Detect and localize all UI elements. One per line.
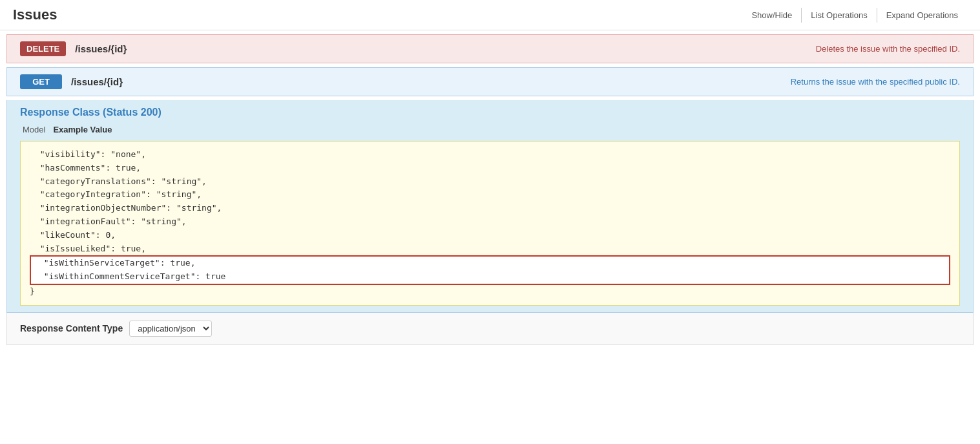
example-value-tab[interactable]: Example Value (50, 123, 114, 136)
page-title: Issues (13, 6, 57, 23)
list-operations-link[interactable]: List Operations (801, 8, 876, 23)
code-pre: "visibility": "none", "hasComments": tru… (30, 148, 950, 299)
header: Issues Show/Hide List Operations Expand … (0, 0, 980, 30)
model-tabs: Model Example Value (20, 123, 960, 136)
response-content-type-row: Response Content Type application/json t… (6, 313, 974, 345)
content-type-select[interactable]: application/json text/xml (129, 321, 212, 337)
code-line-0: "visibility": "none", (30, 149, 146, 159)
response-content-type-label: Response Content Type (20, 323, 123, 333)
get-endpoint-path: /issues/{id} (71, 76, 791, 87)
code-block[interactable]: "visibility": "none", "hasComments": tru… (20, 141, 960, 306)
code-scroll-wrapper: "visibility": "none", "hasComments": tru… (20, 141, 960, 306)
delete-endpoint-description: Deletes the issue with the specified ID. (816, 44, 960, 54)
get-endpoint-row[interactable]: GET /issues/{id} Returns the issue with … (6, 67, 974, 96)
code-line-3: "categoryIntegration": "string", (30, 189, 202, 199)
page-container: Issues Show/Hide List Operations Expand … (0, 0, 980, 444)
highlighted-line-0: "isWithinServiceTarget": true, (34, 258, 195, 268)
get-method-badge: GET (20, 74, 62, 89)
code-line-4: "integrationObjectNumber": "string", (30, 203, 222, 213)
get-endpoint-description: Returns the issue with the specified pub… (791, 77, 960, 87)
response-section: Response Class (Status 200) Model Exampl… (6, 100, 974, 313)
expand-operations-link[interactable]: Expand Operations (877, 8, 967, 23)
code-line-1: "hasComments": true, (30, 163, 141, 173)
model-tab[interactable]: Model (20, 123, 48, 136)
delete-endpoint-row[interactable]: DELETE /issues/{id} Deletes the issue wi… (6, 34, 974, 63)
code-line-2: "categoryTranslations": "string", (30, 176, 207, 186)
delete-endpoint-path: /issues/{id} (75, 43, 815, 54)
code-line-7: "isIssueLiked": true, (30, 244, 146, 253)
response-class-title: Response Class (Status 200) (20, 107, 960, 118)
show-hide-link[interactable]: Show/Hide (742, 8, 801, 23)
closing-brace: } (30, 286, 35, 296)
code-line-5: "integrationFault": "string", (30, 217, 187, 226)
delete-method-badge: DELETE (20, 41, 66, 56)
header-actions: Show/Hide List Operations Expand Operati… (742, 8, 967, 23)
highlighted-line-1: "isWithinCommentServiceTarget": true (34, 271, 225, 281)
code-line-6: "likeCount": 0, (30, 230, 116, 240)
highlighted-code-block: "isWithinServiceTarget": true, "isWithin… (30, 255, 950, 285)
